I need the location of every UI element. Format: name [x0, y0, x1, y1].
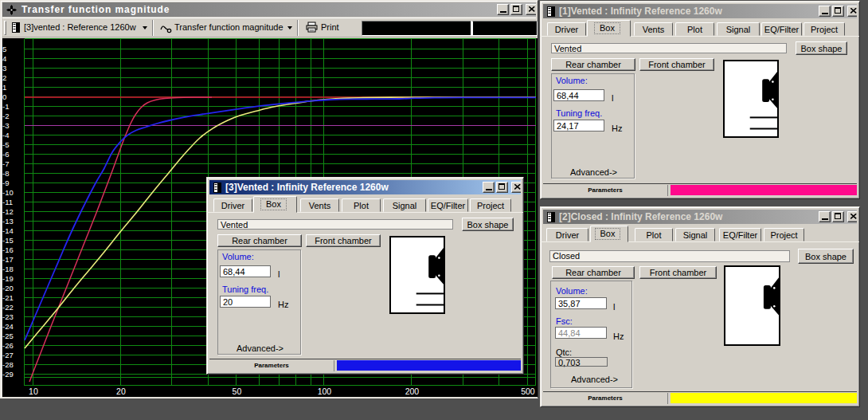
- svg-text:-9: -9: [2, 179, 9, 187]
- svg-text:-23: -23: [2, 312, 14, 321]
- svg-text:-4: -4: [2, 131, 9, 139]
- svg-text:-5: -5: [2, 140, 9, 149]
- svg-text:3: 3: [2, 64, 6, 73]
- svg-text:10: 10: [29, 387, 38, 396]
- svg-text:-19: -19: [2, 274, 14, 283]
- svg-text:500: 500: [521, 387, 535, 396]
- svg-text:-1: -1: [2, 102, 9, 111]
- svg-text:-28: -28: [2, 360, 14, 369]
- svg-text:200: 200: [405, 387, 420, 396]
- svg-text:-14: -14: [2, 226, 14, 235]
- svg-text:100: 100: [318, 387, 332, 396]
- svg-text:-2: -2: [2, 112, 9, 120]
- svg-text:0: 0: [2, 92, 6, 101]
- svg-text:-18: -18: [2, 265, 14, 273]
- svg-text:5: 5: [2, 45, 6, 53]
- svg-text:-21: -21: [2, 293, 14, 302]
- svg-text:-29: -29: [2, 370, 14, 379]
- svg-text:-10: -10: [2, 188, 14, 197]
- svg-text:-7: -7: [2, 159, 9, 168]
- svg-text:-25: -25: [2, 332, 14, 340]
- svg-text:2: 2: [2, 73, 6, 82]
- svg-text:50: 50: [233, 387, 242, 396]
- svg-text:-6: -6: [2, 150, 9, 159]
- svg-text:-24: -24: [2, 322, 14, 331]
- svg-text:-15: -15: [2, 236, 14, 245]
- svg-text:1: 1: [2, 83, 6, 92]
- svg-text:4: 4: [2, 54, 6, 63]
- svg-text:-13: -13: [2, 217, 14, 226]
- svg-text:-3: -3: [2, 121, 9, 130]
- svg-text:-22: -22: [2, 303, 14, 312]
- svg-text:-11: -11: [2, 198, 13, 206]
- svg-text:20: 20: [116, 387, 126, 396]
- svg-text:-27: -27: [2, 351, 14, 359]
- svg-text:-12: -12: [2, 207, 14, 216]
- svg-text:-16: -16: [2, 245, 14, 254]
- svg-text:-20: -20: [2, 284, 14, 292]
- svg-text:-17: -17: [2, 255, 14, 264]
- svg-text:-8: -8: [2, 169, 9, 178]
- svg-text:-26: -26: [2, 341, 14, 350]
